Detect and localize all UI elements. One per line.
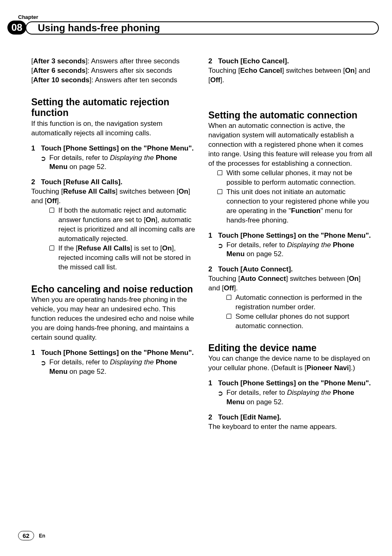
autoconn-note-2: This unit does not initiate an automatic… [208, 188, 374, 225]
arrow-icon: ➲ [217, 389, 223, 398]
content: [After 3 seconds]: Answers after three s… [31, 57, 374, 511]
autoconn-note-1: With some cellular phones, it may not be… [208, 169, 374, 188]
spacer [208, 85, 374, 110]
bullet-icon [226, 295, 231, 300]
rejection-heading: Setting the automatic rejection function [31, 97, 197, 118]
footer: 62 En [18, 531, 45, 540]
rejection-note-1: If both the automatic reject and automat… [31, 206, 197, 244]
arrow-icon: ➲ [40, 359, 46, 368]
echo-heading: Echo canceling and noise reduction [31, 284, 197, 294]
chapter-label: Chapter [18, 14, 38, 20]
details-ref: ➲For details, refer to Displaying the Ph… [208, 241, 374, 259]
autoconn-heading: Setting the automatic connection [208, 110, 374, 120]
arrow-icon: ➲ [217, 241, 223, 251]
edit-after: The keyboard to enter the name appears. [208, 422, 374, 432]
autoconn-sub-1: Automatic connection is performed in the… [208, 293, 374, 312]
details-ref: ➲For details, refer to Displaying the Ph… [31, 153, 197, 172]
after-6: [After 6 seconds]: Answers after six sec… [31, 66, 197, 76]
rejection-desc: If this function is on, the navigation s… [31, 119, 197, 138]
bullet-icon [49, 208, 54, 213]
bullet-icon [217, 189, 222, 194]
echo-step2: 2 Touch [Echo Cancel]. [208, 57, 374, 66]
language-label: En [39, 533, 45, 539]
edit-desc: You can change the device name to be dis… [208, 354, 374, 373]
edit-step1: 1 Touch [Phone Settings] on the "Phone M… [208, 379, 374, 388]
edit-heading: Editing the device name [208, 343, 374, 353]
rejection-step1: 1 Touch [Phone Settings] on the "Phone M… [31, 144, 197, 153]
autoconn-step2: 2 Touch [Auto Connect]. [208, 265, 374, 274]
page-number: 62 [18, 531, 34, 540]
rejection-note-2: If the [Refuse All Calls] is set to [On]… [31, 244, 197, 272]
autoconn-step1: 1 Touch [Phone Settings] on the "Phone M… [208, 231, 374, 241]
echo-step1: 1 Touch [Phone Settings] on the "Phone M… [31, 348, 197, 358]
autoconn-sub-2: Some cellular phones do not support auto… [208, 312, 374, 331]
after-10: [After 10 seconds]: Answers after ten se… [31, 76, 197, 85]
rejection-toggle: Touching [Refuse All Calls] switches bet… [31, 187, 197, 206]
autoconn-toggle: Touching [Auto Connect] switches between… [208, 274, 374, 293]
echo-desc: When you are operating hands-free phonin… [31, 295, 197, 343]
chapter-badge: 08 [7, 21, 26, 35]
title-bar: Using hands-free phoning [25, 21, 379, 35]
after-3: [After 3 seconds]: Answers after three s… [31, 57, 197, 66]
autoconn-desc: When an automatic connection is active, … [208, 121, 374, 169]
page-title: Using hands-free phoning [38, 22, 160, 34]
bullet-icon [49, 246, 54, 250]
rejection-step2: 2 Touch [Refuse All Calls]. [31, 178, 197, 187]
bullet-icon [217, 170, 222, 175]
edit-step2: 2 Touch [Edit Name]. [208, 413, 374, 422]
bullet-icon [226, 314, 231, 319]
details-ref: ➲For details, refer to Displaying the Ph… [208, 388, 374, 407]
echo-toggle: Touching [Echo Cancel] switches between … [208, 66, 374, 85]
arrow-icon: ➲ [40, 154, 46, 164]
details-ref: ➲For details, refer to Displaying the Ph… [31, 358, 197, 377]
